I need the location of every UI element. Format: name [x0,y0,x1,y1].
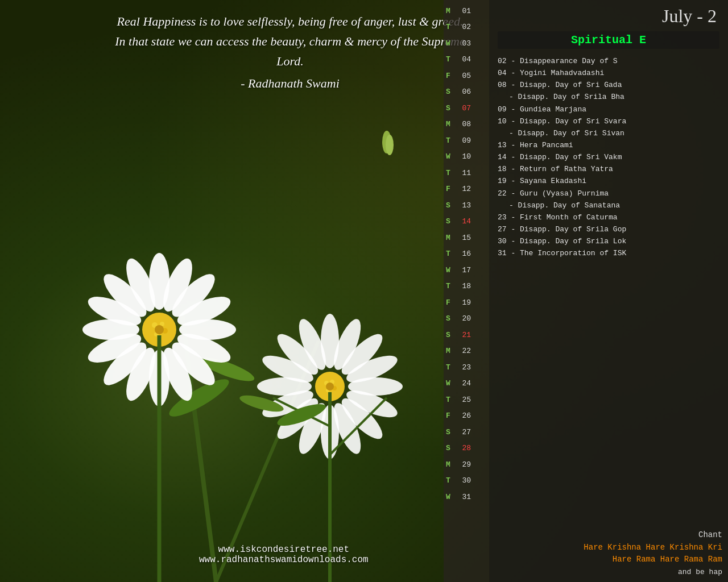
event-item: 22 - Guru (Vyasa) Purnima [498,188,719,199]
day-name: M [446,7,458,15]
day-name: T [446,136,458,145]
calendar-row: T30 [444,473,489,489]
event-item: 04 - Yogini Mahadvadashi [498,68,719,79]
day-name: S [446,331,458,339]
website-2: www.radhanathswamidownloads.com [199,555,369,565]
calendar-row: S20 [444,311,489,327]
calendar-strip: M01T02W03T04F05S06S07M08T09W10T11F12S13S… [444,0,489,582]
day-number: 09 [458,136,471,145]
day-name: M [446,120,458,128]
chant-label: Chant [500,530,722,539]
day-name: F [446,72,458,80]
day-number: 11 [458,169,471,177]
day-name: W [446,379,458,388]
event-item: 31 - The Incorporation of ISK [498,248,719,259]
day-name: T [446,169,458,177]
day-number: 15 [458,234,471,242]
day-name: T [446,282,458,290]
website-1: www.iskcondesiretree.net [199,544,369,555]
day-number: 12 [458,185,471,193]
calendar-row: T25 [444,392,489,408]
day-name: M [446,234,458,242]
day-number: 02 [458,23,471,31]
calendar-row: W17 [444,262,489,278]
calendar-row: M22 [444,343,489,360]
right-panel: July - 2 Spiritual E 02 - Disappearance … [489,0,728,582]
calendar-row: W10 [444,149,489,165]
day-number: 18 [458,282,471,290]
quote-area: Real Happiness is to love selflessly, be… [114,11,466,91]
calendar-row: S06 [444,84,489,101]
day-number: 06 [458,88,471,96]
calendar-row: W31 [444,489,489,505]
day-number: 31 [458,493,471,501]
svg-point-27 [155,325,164,334]
event-item: 09 - Gundiea Marjana [498,104,719,115]
day-name: W [446,39,458,48]
day-number: 21 [458,331,471,339]
day-number: 16 [458,250,471,258]
day-number: 01 [458,7,471,15]
calendar-row: T18 [444,278,489,295]
day-number: 17 [458,266,471,275]
day-number: 30 [458,476,471,485]
calendar-row: S13 [444,197,489,214]
event-item: - Disapp. Day of Sri Sivan [498,128,719,139]
event-item: 27 - Disapp. Day of Srila Gop [498,224,719,235]
calendar-row: F05 [444,68,489,84]
day-name: F [446,185,458,193]
event-item: 10 - Disapp. Day of Sri Svara [498,116,719,127]
quote-author: - Radhanath Swami [114,76,466,91]
calendar-row: M29 [444,456,489,473]
calendar-row: S14 [444,214,489,230]
day-name: S [446,201,458,210]
chant-section: Chant Hare Krishna Hare Krishna KriHare … [500,530,722,576]
chant-line: Hare Krishna Hare Krishna Kri [500,542,722,554]
day-name: S [446,104,458,113]
day-number: 22 [458,347,471,355]
day-number: 10 [458,152,471,161]
day-name: S [446,217,458,226]
day-number: 14 [458,217,471,226]
calendar-row: M08 [444,117,489,133]
calendar-row: T09 [444,132,489,149]
day-name: F [446,298,458,307]
day-number: 04 [458,55,471,64]
event-item: 30 - Disapp. Day of Srila Lok [498,236,719,247]
day-number: 27 [458,428,471,436]
day-name: T [446,396,458,404]
calendar-row: T23 [444,359,489,376]
day-number: 29 [458,460,471,469]
event-item: - Disapp. Day of Sanatana [498,200,719,211]
calendar-row: W24 [444,376,489,392]
day-number: 03 [458,39,471,48]
day-name: S [446,314,458,323]
calendar-row: M15 [444,230,489,246]
day-number: 08 [458,120,471,128]
event-item: 08 - Disapp. Day of Sri Gada [498,80,719,91]
day-number: 25 [458,396,471,404]
day-number: 20 [458,314,471,323]
quote-text: Real Happiness is to love selflessly, be… [114,11,466,72]
day-number: 26 [458,411,471,420]
svg-point-49 [326,383,334,390]
event-item: 14 - Disapp. Day of Sri Vakm [498,152,719,163]
day-number: 23 [458,363,471,372]
svg-point-51 [386,135,394,155]
calendar-row: T04 [444,52,489,68]
event-item: 18 - Return of Ratha Yatra [498,164,719,175]
day-name: S [446,428,458,436]
calendar-row: F19 [444,294,489,311]
day-name: T [446,55,458,64]
day-name: W [446,493,458,501]
day-number: 19 [458,298,471,307]
day-name: T [446,363,458,372]
day-number: 28 [458,444,471,452]
day-name: W [446,152,458,161]
calendar-row: F26 [444,408,489,425]
day-name: T [446,476,458,485]
calendar-row: W03 [444,35,489,52]
day-name: S [446,444,458,452]
chant-line: Hare Rama Hare Rama Ram [500,554,722,566]
day-name: T [446,250,458,258]
